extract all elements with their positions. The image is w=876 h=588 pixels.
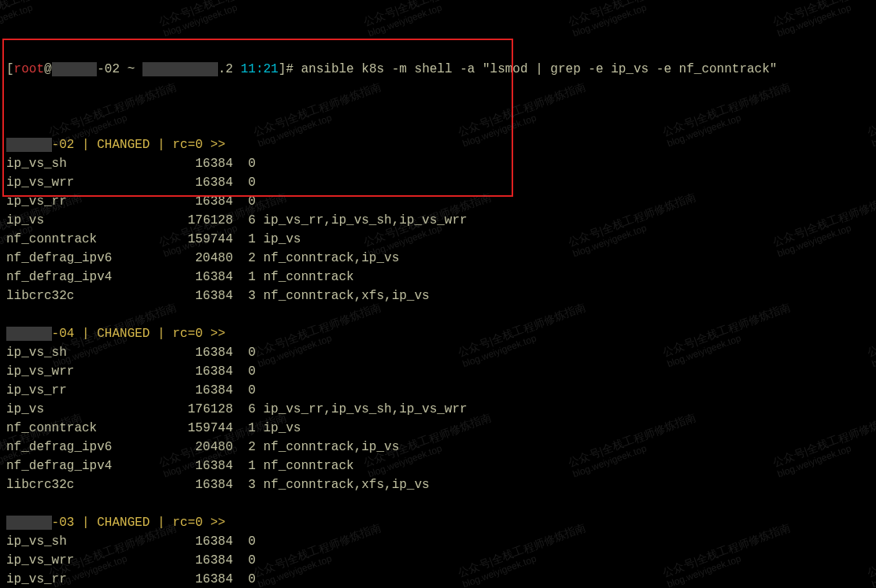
command-text: ansible k8s -m shell -a "lsmod | grep -e…: [301, 62, 778, 76]
host-name-hidden: [6, 516, 52, 530]
module-used-count: 0: [233, 551, 256, 570]
module-used-by: nf_conntrack,xfs,ip_vs: [256, 289, 430, 303]
prompt-user: root: [14, 62, 44, 76]
module-name: ip_vs_rr: [6, 381, 180, 400]
module-row: ip_vs_sh163840: [6, 343, 870, 362]
module-used-by: nf_conntrack,ip_vs: [256, 251, 399, 265]
module-name: nf_defrag_ipv4: [6, 268, 180, 287]
module-name: ip_vs_wrr: [6, 551, 180, 570]
host-header: -04 | CHANGED | rc=0 >>: [6, 324, 870, 343]
module-used-by: nf_conntrack,ip_vs: [256, 440, 399, 454]
prompt-ip-suffix: .2: [218, 62, 233, 76]
host-header: -02 | CHANGED | rc=0 >>: [6, 135, 870, 154]
module-used-count: 1: [233, 268, 256, 287]
module-row: ip_vs1761286 ip_vs_rr,ip_vs_sh,ip_vs_wrr: [6, 211, 870, 230]
prompt-tilde: ~: [120, 62, 142, 76]
module-size: 159744: [180, 230, 233, 249]
module-name: libcrc32c: [6, 287, 180, 305]
module-used-count: 0: [233, 381, 256, 400]
module-used-count: 3: [233, 475, 256, 494]
module-size: 16384: [180, 362, 233, 381]
module-size: 16384: [180, 287, 233, 305]
module-size: 159744: [180, 419, 233, 438]
module-used-by: ip_vs_rr,ip_vs_sh,ip_vs_wrr: [256, 213, 468, 227]
host-status: | CHANGED | rc=0 >>: [74, 327, 225, 341]
module-name: ip_vs_sh: [6, 343, 180, 362]
module-row: nf_conntrack1597441 ip_vs: [6, 230, 870, 249]
module-used-count: 0: [233, 173, 256, 192]
module-used-by: nf_conntrack: [256, 270, 354, 284]
module-size: 16384: [180, 570, 233, 588]
module-name: nf_defrag_ipv6: [6, 249, 180, 268]
host-status: | CHANGED | rc=0 >>: [74, 516, 225, 530]
module-row: ip_vs_sh163840: [6, 532, 870, 551]
module-size: 16384: [180, 457, 233, 475]
module-name: libcrc32c: [6, 475, 180, 494]
module-used-count: 2: [233, 249, 256, 268]
watermark-line2: blog.weiyigeek.top: [870, 533, 876, 588]
module-name: nf_conntrack: [6, 419, 180, 438]
watermark-line2: blog.weiyigeek.top: [870, 312, 876, 369]
module-used-count: 2: [233, 438, 256, 457]
module-row: libcrc32c163843 nf_conntrack,xfs,ip_vs: [6, 475, 870, 494]
module-name: ip_vs_wrr: [6, 362, 180, 381]
module-row: ip_vs1761286 ip_vs_rr,ip_vs_sh,ip_vs_wrr: [6, 400, 870, 419]
module-used-count: 0: [233, 192, 256, 211]
module-used-by: nf_conntrack,xfs,ip_vs: [256, 478, 430, 492]
module-name: ip_vs_rr: [6, 192, 180, 211]
module-size: 176128: [180, 211, 233, 230]
module-used-count: 6: [233, 400, 256, 419]
prompt-time: 11:21: [233, 62, 279, 76]
host-header: -03 | CHANGED | rc=0 >>: [6, 513, 870, 532]
terminal-output: [root@ -02 ~ .2 11:21]# ansible k8s -m s…: [6, 3, 870, 588]
module-name: ip_vs: [6, 400, 180, 419]
watermark-line2: blog.weiyigeek.top: [870, 92, 876, 149]
module-used-count: 0: [233, 343, 256, 362]
prompt-host-suffix: -02: [97, 62, 120, 76]
prompt-at: @: [44, 62, 52, 76]
module-size: 16384: [180, 343, 233, 362]
module-size: 16384: [180, 532, 233, 551]
module-size: 16384: [180, 192, 233, 211]
module-used-count: 0: [233, 570, 256, 588]
blank-line: [6, 305, 870, 324]
host-name-suffix: -04: [52, 327, 75, 341]
module-used-by: ip_vs: [256, 421, 301, 435]
module-used-count: 0: [233, 154, 256, 173]
module-name: ip_vs_rr: [6, 570, 180, 588]
prompt-close-bracket: ]#: [279, 62, 301, 76]
module-row: ip_vs_wrr163840: [6, 362, 870, 381]
module-used-count: 1: [233, 419, 256, 438]
module-size: 16384: [180, 268, 233, 287]
module-row: ip_vs_wrr163840: [6, 551, 870, 570]
module-name: ip_vs: [6, 211, 180, 230]
module-row: ip_vs_sh163840: [6, 154, 870, 173]
module-row: nf_defrag_ipv6204802 nf_conntrack,ip_vs: [6, 249, 870, 268]
module-name: ip_vs_sh: [6, 532, 180, 551]
module-name: nf_defrag_ipv6: [6, 438, 180, 457]
module-size: 16384: [180, 475, 233, 494]
module-name: nf_conntrack: [6, 230, 180, 249]
prompt-line: [root@ -02 ~ .2 11:21]# ansible k8s -m s…: [6, 60, 870, 79]
module-size: 20480: [180, 249, 233, 268]
module-used-count: 1: [233, 457, 256, 475]
module-size: 16384: [180, 551, 233, 570]
module-row: ip_vs_wrr163840: [6, 173, 870, 192]
module-row: nf_defrag_ipv4163841 nf_conntrack: [6, 268, 870, 287]
host-name-hidden: [6, 138, 52, 152]
module-row: nf_conntrack1597441 ip_vs: [6, 419, 870, 438]
module-used-by: nf_conntrack: [256, 459, 354, 473]
prompt-open-bracket: [: [6, 62, 14, 76]
module-row: ip_vs_rr163840: [6, 570, 870, 588]
module-row: libcrc32c163843 nf_conntrack,xfs,ip_vs: [6, 287, 870, 305]
module-size: 16384: [180, 154, 233, 173]
host-name-hidden: [6, 327, 52, 341]
module-row: ip_vs_rr163840: [6, 381, 870, 400]
module-size: 176128: [180, 400, 233, 419]
host-status: | CHANGED | rc=0 >>: [74, 138, 225, 152]
module-used-count: 1: [233, 230, 256, 249]
module-used-count: 3: [233, 287, 256, 305]
module-size: 20480: [180, 438, 233, 457]
host-name-suffix: -03: [52, 516, 75, 530]
prompt-ip-hidden: [142, 62, 218, 76]
